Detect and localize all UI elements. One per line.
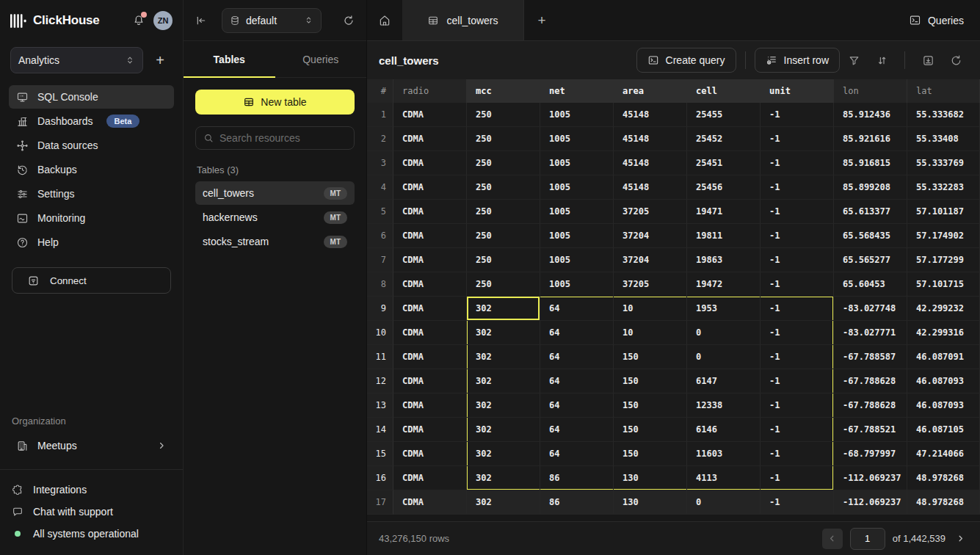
cell-cell[interactable]: 12338 <box>687 393 761 418</box>
cell-lon[interactable]: 85.916815 <box>834 151 907 175</box>
cell-radio[interactable]: CDMA <box>393 466 467 490</box>
cell-unit[interactable]: -1 <box>761 466 834 490</box>
cell-net[interactable]: 1005 <box>540 248 614 272</box>
cell-lat[interactable]: 42.299316 <box>907 321 980 345</box>
cell-radio[interactable]: CDMA <box>393 321 467 345</box>
cell-lat[interactable]: 57.101715 <box>907 272 980 297</box>
cell-area[interactable]: 45148 <box>614 127 687 151</box>
row-number[interactable]: 1 <box>367 103 393 127</box>
cell-lat[interactable]: 46.087105 <box>907 418 980 442</box>
cell-mcc[interactable]: 302 <box>467 490 540 515</box>
cell-area[interactable]: 150 <box>614 345 687 369</box>
table-list-item-cell-towers[interactable]: cell_towers MT <box>195 181 355 205</box>
download-button[interactable] <box>914 48 942 73</box>
cell-lon[interactable]: -112.069237 <box>834 466 907 490</box>
cell-net[interactable]: 1005 <box>540 127 614 151</box>
cell-lat[interactable]: 42.299232 <box>907 297 980 321</box>
cell-radio[interactable]: CDMA <box>393 224 467 248</box>
cell-net[interactable]: 64 <box>540 369 614 393</box>
cell-cell[interactable]: 6146 <box>687 418 761 442</box>
cell-mcc[interactable]: 250 <box>467 272 540 297</box>
cell-net[interactable]: 1005 <box>540 272 614 297</box>
cell-radio[interactable]: CDMA <box>393 151 467 175</box>
row-number[interactable]: 14 <box>367 418 393 442</box>
cell-cell[interactable]: 11603 <box>687 442 761 466</box>
cell-unit[interactable]: -1 <box>761 200 834 224</box>
cell-mcc[interactable]: 302 <box>467 369 540 393</box>
sidebar-item-meetups[interactable]: Meetups <box>9 434 174 457</box>
sidebar-item-backups[interactable]: Backups <box>9 158 174 181</box>
cell-radio[interactable]: CDMA <box>393 127 467 151</box>
cell-lon[interactable]: 85.912436 <box>834 103 907 127</box>
cell-net[interactable]: 86 <box>540 466 614 490</box>
cell-net[interactable]: 1005 <box>540 224 614 248</box>
cell-lat[interactable]: 55.333682 <box>907 103 980 127</box>
cell-net[interactable]: 86 <box>540 490 614 515</box>
cell-unit[interactable]: -1 <box>761 345 834 369</box>
cell-lon[interactable]: -67.788628 <box>834 369 907 393</box>
cell-cell[interactable]: 25452 <box>687 127 761 151</box>
cell-cell[interactable]: 19471 <box>687 200 761 224</box>
avatar[interactable]: ZN <box>153 11 173 30</box>
cell-lon[interactable]: 65.565277 <box>834 248 907 272</box>
sort-button[interactable] <box>868 48 896 73</box>
cell-net[interactable]: 1005 <box>540 103 614 127</box>
cell-area[interactable]: 150 <box>614 442 687 466</box>
cell-lat[interactable]: 47.214066 <box>907 442 980 466</box>
tab-cell-towers[interactable]: cell_towers <box>402 0 524 40</box>
sidebar-item-data-sources[interactable]: Data sources <box>9 134 174 157</box>
cell-lon[interactable]: 65.60453 <box>834 272 907 297</box>
insert-row-button[interactable]: Insert row <box>755 48 840 73</box>
cell-area[interactable]: 150 <box>614 418 687 442</box>
cell-unit[interactable]: -1 <box>761 297 834 321</box>
cell-lat[interactable]: 46.087091 <box>907 345 980 369</box>
search-input[interactable] <box>219 132 352 144</box>
next-page-button[interactable] <box>953 531 968 546</box>
cell-mcc[interactable]: 250 <box>467 248 540 272</box>
row-number[interactable]: 9 <box>367 297 393 321</box>
cell-lon[interactable]: -83.027771 <box>834 321 907 345</box>
column-header-lat[interactable]: lat <box>907 79 980 103</box>
sidebar-item-sql-console[interactable]: SQL Console <box>9 85 174 109</box>
column-header-net[interactable]: net <box>540 79 614 103</box>
cell-net[interactable]: 64 <box>540 393 614 418</box>
cell-lon[interactable]: 65.613377 <box>834 200 907 224</box>
sidebar-item-help[interactable]: Help <box>9 231 174 254</box>
database-selector[interactable]: default <box>222 8 322 33</box>
column-header-mcc[interactable]: mcc <box>467 79 540 103</box>
cell-mcc[interactable]: 250 <box>467 175 540 200</box>
cell-radio[interactable]: CDMA <box>393 369 467 393</box>
cell-net[interactable]: 64 <box>540 418 614 442</box>
cell-mcc[interactable]: 250 <box>467 127 540 151</box>
cell-unit[interactable]: -1 <box>761 442 834 466</box>
cell-unit[interactable]: -1 <box>761 490 834 515</box>
page-number-input[interactable] <box>850 528 885 550</box>
cell-area[interactable]: 37204 <box>614 224 687 248</box>
cell-radio[interactable]: CDMA <box>393 248 467 272</box>
cell-mcc[interactable]: 250 <box>467 200 540 224</box>
cell-cell[interactable]: 6147 <box>687 369 761 393</box>
cell-cell[interactable]: 19811 <box>687 224 761 248</box>
cell-cell[interactable]: 25455 <box>687 103 761 127</box>
column-header-cell[interactable]: cell <box>687 79 761 103</box>
row-number[interactable]: 11 <box>367 345 393 369</box>
cell-radio[interactable]: CDMA <box>393 175 467 200</box>
prev-page-button[interactable] <box>822 529 843 549</box>
cell-mcc[interactable]: 302 <box>467 442 540 466</box>
sidebar-item-dashboards[interactable]: Dashboards Beta <box>9 109 174 133</box>
cell-net[interactable]: 1005 <box>540 151 614 175</box>
refresh-resources-button[interactable] <box>343 15 355 26</box>
cell-lat[interactable]: 55.33408 <box>907 127 980 151</box>
cell-cell[interactable]: 0 <box>687 321 761 345</box>
cell-radio[interactable]: CDMA <box>393 345 467 369</box>
cell-radio[interactable]: CDMA <box>393 490 467 515</box>
cell-radio[interactable]: CDMA <box>393 200 467 224</box>
cell-mcc[interactable]: 302 <box>467 418 540 442</box>
cell-lat[interactable]: 55.332283 <box>907 175 980 200</box>
row-number[interactable]: 5 <box>367 200 393 224</box>
cell-unit[interactable]: -1 <box>761 248 834 272</box>
cell-mcc[interactable]: 302 <box>467 297 540 321</box>
cell-lon[interactable]: -83.027748 <box>834 297 907 321</box>
row-number[interactable]: 8 <box>367 272 393 297</box>
cell-area[interactable]: 45148 <box>614 103 687 127</box>
